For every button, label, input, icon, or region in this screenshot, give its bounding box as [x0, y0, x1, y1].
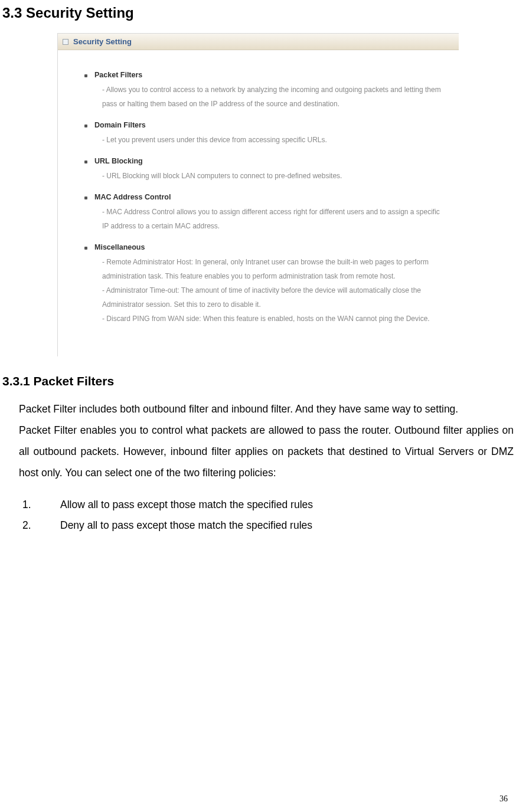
policy-text: Allow all to pass except those match the… — [60, 495, 313, 515]
heading-sub: 3.3.1 Packet Filters — [2, 374, 516, 388]
section-item: Domain Filters- Let you prevent users un… — [84, 118, 441, 147]
policy-item: 2.Deny all to pass except those match th… — [22, 515, 514, 536]
section-body: - Allows you to control access to a netw… — [84, 83, 441, 111]
section-title: URL Blocking — [94, 154, 143, 169]
section-body: - MAC Address Control allows you to assi… — [84, 205, 441, 233]
policy-number: 2. — [22, 515, 32, 536]
page-number: 36 — [499, 794, 508, 804]
panel-title: Security Setting — [73, 37, 132, 46]
panel-content: Packet Filters- Allows you to control ac… — [58, 50, 459, 356]
bullet-icon — [84, 197, 87, 199]
paragraph-1: Packet Filter includes both outbound fil… — [19, 399, 514, 420]
section-item: Miscellaneous- Remote Administrator Host… — [84, 240, 441, 326]
section-title: Miscellaneous — [94, 240, 145, 255]
section-item: URL Blocking- URL Blocking will block LA… — [84, 154, 441, 183]
security-setting-panel: Security Setting Packet Filters- Allows … — [57, 33, 459, 356]
section-body: - URL Blocking will block LAN computers … — [84, 169, 441, 183]
section-body: - Remote Administrator Host: In general,… — [84, 255, 441, 326]
policy-item: 1.Allow all to pass except those match t… — [22, 495, 514, 515]
panel-titlebar: Security Setting — [58, 34, 459, 50]
policy-text: Deny all to pass except those match the … — [60, 515, 312, 536]
policy-number: 1. — [22, 495, 32, 515]
policy-list: 1.Allow all to pass except those match t… — [0, 484, 516, 536]
section-item: MAC Address Control- MAC Address Control… — [84, 190, 441, 233]
window-icon — [63, 39, 68, 45]
heading-main: 3.3 Security Setting — [2, 5, 516, 21]
section-item: Packet Filters- Allows you to control ac… — [84, 68, 441, 111]
bullet-icon — [84, 74, 87, 77]
section-body: - Let you prevent users under this devic… — [84, 133, 441, 147]
bullet-icon — [84, 247, 87, 250]
bullet-icon — [84, 161, 87, 163]
bullet-icon — [84, 125, 87, 127]
section-title: Domain Filters — [94, 118, 146, 133]
section-title: Packet Filters — [94, 68, 142, 83]
section-title: MAC Address Control — [94, 190, 171, 205]
paragraph-2: Packet Filter enables you to control wha… — [19, 420, 514, 484]
